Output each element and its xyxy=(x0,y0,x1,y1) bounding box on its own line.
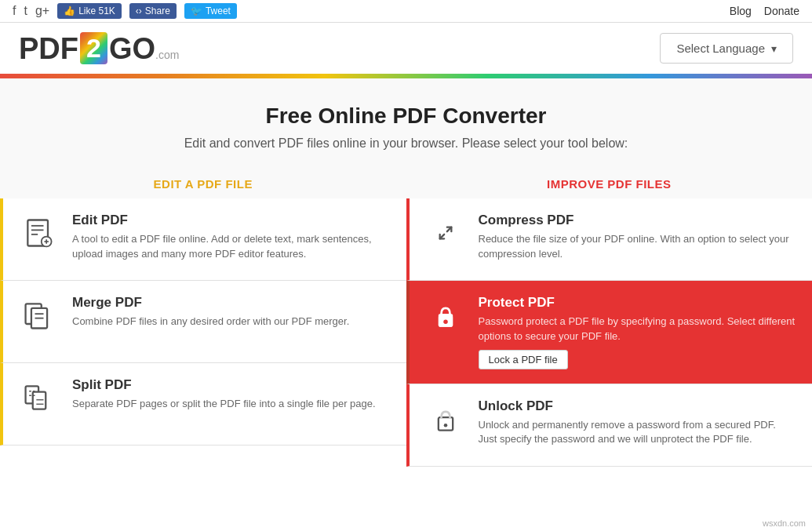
top-bar: f t g+ 👍 Like 51K ‹› Share 🐦 Tweet Blog … xyxy=(0,0,812,23)
protect-pdf-item[interactable]: Protect PDF Password protect a PDF file … xyxy=(406,281,813,384)
donate-link[interactable]: Donate xyxy=(764,5,799,17)
logo-number: 2 xyxy=(80,32,107,64)
svg-point-20 xyxy=(443,320,448,325)
protect-pdf-description: Password protect a PDF file by specifyin… xyxy=(479,315,797,343)
merge-pdf-icon xyxy=(19,295,60,336)
edit-pdf-text: Edit PDF A tool to edit a PDF file onlin… xyxy=(72,213,391,260)
compress-pdf-item[interactable]: Compress PDF Reduce the file size of you… xyxy=(406,198,813,281)
lock-pdf-button[interactable]: Lock a PDF file xyxy=(479,350,568,369)
unlock-pdf-text: Unlock PDF Unlock and permanently remove… xyxy=(479,398,797,446)
edit-pdf-item[interactable]: Edit PDF A tool to edit a PDF file onlin… xyxy=(0,198,406,281)
protect-pdf-title: Protect PDF xyxy=(479,295,797,311)
svg-rect-12 xyxy=(33,392,46,409)
edit-pdf-title: Edit PDF xyxy=(72,213,391,228)
hero-title: Free Online PDF Converter xyxy=(13,104,799,129)
tweet-button[interactable]: 🐦 Tweet xyxy=(184,3,237,19)
facebook-icon[interactable]: f xyxy=(13,4,16,18)
facebook-thumb-icon: 👍 xyxy=(64,5,75,16)
header: PDF 2 GO .com Select Language xyxy=(0,23,812,74)
top-bar-right: Blog Donate xyxy=(730,5,799,17)
blog-link[interactable]: Blog xyxy=(730,5,752,17)
improve-section-header: IMPROVE PDF FILES xyxy=(406,166,813,198)
unlock-pdf-description: Unlock and permanently remove a password… xyxy=(479,418,797,446)
language-select-label: Select Language xyxy=(676,42,765,55)
twitter-bird-icon: 🐦 xyxy=(191,5,202,16)
like-button[interactable]: 👍 Like 51K xyxy=(57,3,122,19)
merge-pdf-description: Combine PDF files in any desired order w… xyxy=(72,315,391,329)
edit-section-header: EDIT A PDF FILE xyxy=(0,166,406,198)
compress-pdf-text: Compress PDF Reduce the file size of you… xyxy=(479,213,797,260)
split-pdf-text: Split PDF Separate PDF pages or split th… xyxy=(72,377,391,411)
section-header-row: EDIT A PDF FILE IMPROVE PDF FILES xyxy=(0,166,812,198)
tool-columns: Edit PDF A tool to edit a PDF file onlin… xyxy=(0,198,812,466)
unlock-pdf-title: Unlock PDF xyxy=(479,398,797,414)
edit-pdf-description: A tool to edit a PDF file online. Add or… xyxy=(72,232,391,260)
share-label: Share xyxy=(145,5,170,16)
unlock-pdf-icon xyxy=(425,398,466,439)
merge-pdf-text: Merge PDF Combine PDF files in any desir… xyxy=(72,295,391,329)
protect-pdf-text: Protect PDF Password protect a PDF file … xyxy=(479,295,797,369)
split-pdf-description: Separate PDF pages or split the PDF file… xyxy=(72,397,391,411)
split-pdf-icon xyxy=(19,377,60,418)
unlock-pdf-item[interactable]: Unlock PDF Unlock and permanently remove… xyxy=(406,384,813,467)
split-pdf-item[interactable]: Split PDF Separate PDF pages or split th… xyxy=(0,363,406,446)
compress-pdf-description: Reduce the file size of your PDF online.… xyxy=(479,232,797,260)
googleplus-icon[interactable]: g+ xyxy=(35,4,49,18)
left-column: Edit PDF A tool to edit a PDF file onlin… xyxy=(0,198,406,466)
edit-pdf-icon xyxy=(19,213,60,253)
language-select-button[interactable]: Select Language xyxy=(660,33,793,64)
protect-pdf-icon xyxy=(425,295,466,336)
logo-com-text: .com xyxy=(155,49,179,61)
logo-pdf-text: PDF xyxy=(19,34,78,64)
split-pdf-title: Split PDF xyxy=(72,377,391,393)
share-button[interactable]: ‹› Share xyxy=(129,3,177,19)
merge-pdf-item[interactable]: Merge PDF Combine PDF files in any desir… xyxy=(0,281,406,363)
logo[interactable]: PDF 2 GO .com xyxy=(19,32,179,64)
logo-go-text: GO xyxy=(109,34,155,64)
like-label: Like 51K xyxy=(78,5,115,16)
svg-point-22 xyxy=(443,424,447,427)
twitter-icon[interactable]: t xyxy=(24,4,27,18)
merge-pdf-title: Merge PDF xyxy=(72,295,391,311)
share-icon: ‹› xyxy=(136,5,142,16)
hero-subtitle: Edit and convert PDF files online in you… xyxy=(13,136,799,151)
compress-pdf-title: Compress PDF xyxy=(479,213,797,228)
right-column: Compress PDF Reduce the file size of you… xyxy=(406,198,813,466)
compress-pdf-icon xyxy=(425,213,466,253)
top-bar-left: f t g+ 👍 Like 51K ‹› Share 🐦 Tweet xyxy=(13,3,237,19)
tweet-label: Tweet xyxy=(206,5,231,16)
hero-section: Free Online PDF Converter Edit and conve… xyxy=(0,78,812,166)
